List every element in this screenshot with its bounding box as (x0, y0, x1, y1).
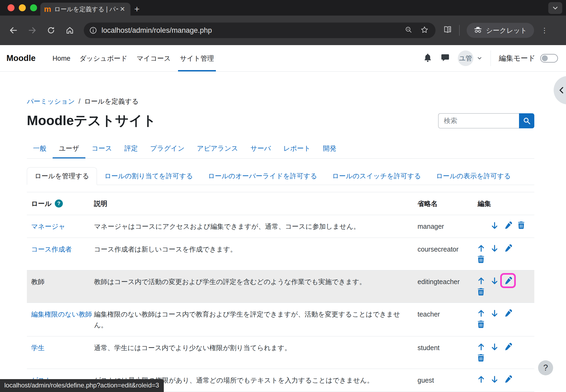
subtab-allow-assignments[interactable]: ロールの割り当てを許可する (97, 168, 201, 184)
delete-icon[interactable] (517, 221, 531, 230)
edit-mode-label: 編集モード (499, 53, 535, 63)
reload-button[interactable] (43, 23, 59, 38)
move-down-icon[interactable] (491, 221, 504, 230)
role-link[interactable]: マネージャ (31, 221, 65, 232)
delete-icon[interactable] (477, 255, 491, 264)
tab-grades[interactable]: 評定 (118, 139, 144, 158)
avatar: ユ管 (458, 50, 473, 66)
move-down-icon[interactable] (491, 375, 504, 384)
move-down-icon[interactable] (491, 309, 504, 318)
delete-icon[interactable] (477, 354, 491, 363)
browser-tab[interactable]: m ロールを定義する | パーミッショ ✕ (40, 3, 130, 16)
page-title: Moodleテストサイト (27, 112, 156, 130)
user-menu[interactable]: ユ管 (458, 50, 482, 66)
moodle-brand[interactable]: Moodle (6, 45, 36, 71)
bookmark-star-icon[interactable] (420, 26, 429, 35)
nav-item-dashboard[interactable]: ダッシュボード (75, 45, 132, 71)
forward-arrow-icon (28, 26, 37, 35)
edit-icon[interactable] (504, 342, 517, 351)
edit-icon[interactable] (504, 276, 517, 285)
role-description: 編集権限のない教師はコース内で教育および学生を評定できますが、活動を変更すること… (94, 309, 418, 330)
search-button[interactable] (519, 113, 534, 128)
window-close-button[interactable] (8, 4, 14, 11)
edit-icon[interactable] (504, 221, 517, 230)
role-shortname: guest (418, 375, 474, 386)
link-status-bar: localhost/admin/roles/define.php?action=… (0, 379, 164, 392)
role-shortname: student (418, 342, 474, 353)
nav-item-siteadmin[interactable]: サイト管理 (175, 45, 219, 71)
edit-icon[interactable] (504, 375, 517, 384)
tab-server[interactable]: サーバ (244, 139, 277, 158)
chevron-left-icon (558, 86, 566, 94)
edit-mode-toggle[interactable] (540, 54, 558, 63)
role-link[interactable]: 教師 (31, 276, 45, 287)
subtab-manage-roles[interactable]: ロールを管理する (27, 167, 97, 185)
help-icon[interactable]: ? (55, 199, 63, 208)
tab-development[interactable]: 開発 (317, 139, 343, 158)
back-button[interactable] (6, 23, 21, 38)
help-button[interactable]: ? (538, 360, 553, 375)
subtab-allow-overrides[interactable]: ロールのオーバーライドを許可する (201, 168, 325, 184)
move-up-icon[interactable] (477, 342, 491, 351)
window-zoom-button[interactable] (30, 4, 37, 11)
delete-icon[interactable] (477, 320, 491, 329)
tab-general[interactable]: 一般 (27, 139, 53, 158)
tab-title: ロールを定義する | パーミッショ (54, 5, 118, 13)
messages-icon[interactable] (441, 53, 450, 63)
tab-users[interactable]: ユーザ (53, 139, 85, 158)
move-up-icon[interactable] (477, 375, 491, 384)
tab-search-button[interactable] (548, 2, 562, 14)
tab-appearance[interactable]: アピアランス (191, 139, 244, 158)
navbar-divider (491, 50, 491, 66)
delete-icon[interactable] (477, 288, 491, 297)
forward-button[interactable] (25, 23, 40, 38)
role-shortname: editingteacher (418, 276, 474, 287)
nav-item-home[interactable]: Home (48, 45, 75, 71)
role-link[interactable]: 学生 (31, 342, 45, 353)
tab-courses[interactable]: コース (85, 139, 118, 158)
edit-icon[interactable] (504, 244, 517, 253)
incognito-label: シークレット (486, 26, 527, 35)
browser-menu-button[interactable]: ⋮ (541, 29, 548, 32)
window-controls (8, 4, 37, 11)
role-shortname: manager (418, 221, 474, 232)
subtab-allow-switches[interactable]: ロールのスイッチを許可する (325, 168, 429, 184)
search-icon (523, 117, 531, 125)
incognito-badge: シークレット (467, 23, 534, 38)
breadcrumb-permissions-link[interactable]: パーミッション (27, 97, 75, 106)
edit-icon[interactable] (504, 309, 517, 318)
close-tab-icon[interactable]: ✕ (120, 5, 125, 13)
header-edit: 編集 (474, 198, 534, 209)
role-description: 通常、学生にはコース内でより少ない権限が割り当てられます。 (94, 342, 418, 353)
notifications-bell-icon[interactable] (423, 53, 433, 64)
home-button[interactable] (62, 23, 77, 38)
search-input[interactable] (438, 113, 519, 128)
zoom-level-icon[interactable] (405, 26, 412, 35)
role-link[interactable]: 編集権限のない教師 (31, 309, 92, 320)
moodle-favicon-icon: m (44, 6, 51, 13)
site-info-icon[interactable] (89, 26, 97, 34)
window-minimize-button[interactable] (19, 4, 26, 11)
admin-search (438, 113, 534, 128)
roles-table: ロール ? 説明 省略名 編集 マネージャ マネージャはコースにアクセスおよび編… (27, 192, 534, 392)
tab-plugins[interactable]: プラグイン (144, 139, 191, 158)
move-up-icon[interactable] (477, 309, 491, 318)
back-arrow-icon (9, 26, 18, 35)
moodle-navbar: Moodle Home ダッシュボード マイコース サイト管理 ユ管 編集モード (0, 45, 566, 72)
move-up-icon[interactable] (477, 244, 491, 253)
roles-subtabs: ロールを管理する ロールの割り当てを許可する ロールのオーバーライドを許可する … (27, 167, 534, 185)
incognito-icon (474, 26, 482, 35)
move-down-icon[interactable] (491, 244, 504, 253)
move-up-icon[interactable] (477, 276, 491, 285)
table-row: 編集権限のない教師 編集権限のない教師はコース内で教育および学生を評定できますが… (27, 303, 534, 336)
url-bar[interactable]: localhost/admin/roles/manage.php (84, 23, 436, 38)
move-down-icon[interactable] (491, 342, 504, 351)
subtab-allow-view[interactable]: ロールの表示を許可する (429, 168, 518, 184)
header-shortname: 省略名 (418, 198, 474, 209)
move-down-icon[interactable] (491, 276, 504, 285)
nav-item-mycourses[interactable]: マイコース (132, 45, 175, 71)
reading-list-icon[interactable] (443, 25, 452, 35)
new-tab-button[interactable]: + (134, 4, 140, 14)
tab-reports[interactable]: レポート (277, 139, 317, 158)
role-link[interactable]: コース作成者 (31, 244, 72, 255)
